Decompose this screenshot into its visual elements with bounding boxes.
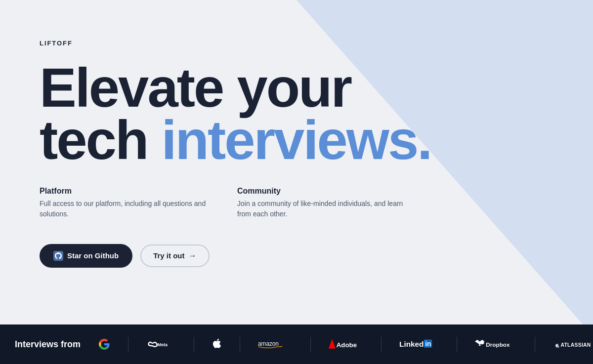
atlassian-icon: ATLASSIAN [553,338,593,351]
svg-text:amazon: amazon [258,340,279,347]
feature-platform: Platform Full access to our platform, in… [40,187,208,219]
cta-row: Star on Github Try it out → [40,244,553,268]
linkedin-logo: Linked in [399,338,439,351]
divider-6 [457,337,457,352]
svg-text:in: in [425,340,431,348]
svg-text:Adobe: Adobe [337,341,357,349]
divider-2 [194,337,194,352]
try-button[interactable]: Try it out → [140,244,209,267]
community-title: Community [237,187,405,196]
svg-marker-2 [329,339,336,349]
apple-logo [212,338,222,350]
svg-text:Dropbox: Dropbox [486,341,510,348]
amazon-logo: amazon [258,337,293,351]
divider-1 [128,337,128,352]
divider-7 [535,337,535,352]
adobe-icon: Adobe [329,338,363,351]
brand-logo: LIFTOFF [40,40,553,47]
features-row: Platform Full access to our platform, in… [40,187,553,219]
google-logo [98,338,110,350]
atlassian-logo: ATLASSIAN [553,338,593,351]
company-logos: Meta amazon Adobe [98,337,593,352]
hero-line2-blue: interviews. [161,109,431,171]
hero-line2-dark: tech [40,109,161,171]
divider-4 [310,337,311,352]
dropbox-logo: Dropbox [475,338,517,351]
main-content: LIFTOFF Elevate your tech interviews. Pl… [0,0,593,324]
adobe-logo: Adobe [329,338,363,351]
arrow-icon: → [189,251,197,260]
interviews-from-label: Interviews from [15,339,81,350]
github-icon [53,251,63,261]
platform-desc: Full access to our platform, including a… [40,199,208,219]
svg-text:Meta: Meta [158,342,168,347]
meta-icon: Meta [146,339,176,349]
apple-icon [212,338,222,350]
github-label: Star on Github [67,251,119,260]
github-button[interactable]: Star on Github [40,244,132,268]
platform-title: Platform [40,187,208,196]
linkedin-icon: Linked in [399,338,439,351]
hero-title: Elevate your tech interviews. [40,62,553,167]
divider-3 [240,337,240,352]
svg-text:Linked: Linked [399,340,424,348]
feature-community: Community Join a community of like-minde… [237,187,405,219]
dropbox-icon: Dropbox [475,338,517,351]
svg-text:ATLASSIAN: ATLASSIAN [561,342,591,348]
community-desc: Join a community of like-minded individu… [237,199,405,219]
github-svg [55,252,62,259]
try-label: Try it out [153,251,184,260]
bottom-bar: Interviews from Meta [0,324,593,364]
amazon-icon: amazon [258,337,293,351]
google-icon [98,338,110,350]
svg-marker-11 [478,344,481,346]
meta-logo: Meta [146,339,176,349]
divider-5 [381,337,381,352]
